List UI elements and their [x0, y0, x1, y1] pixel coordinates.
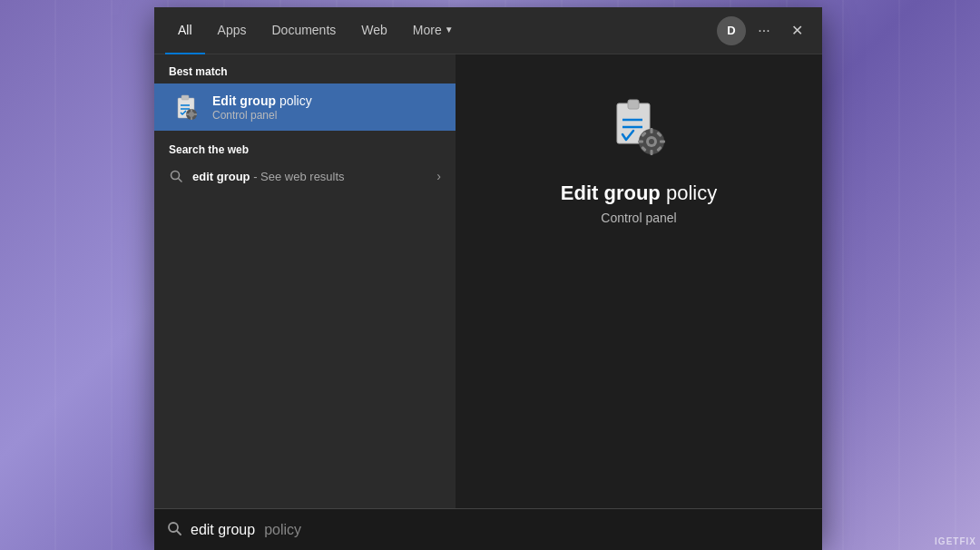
search-icon — [169, 169, 183, 183]
result-title: Edit group policy — [212, 93, 312, 109]
right-app-subtitle: Control panel — [601, 211, 676, 225]
svg-point-5 — [189, 112, 194, 117]
svg-rect-20 — [651, 150, 653, 155]
more-dropdown-arrow: ▼ — [445, 25, 454, 34]
svg-rect-6 — [191, 109, 192, 112]
result-subtitle: Control panel — [212, 109, 312, 122]
best-match-result[interactable]: Edit group policy Control panel — [154, 83, 456, 131]
svg-rect-19 — [651, 128, 653, 133]
svg-line-28 — [177, 531, 181, 535]
svg-rect-8 — [186, 113, 189, 115]
web-section-label: Search the web — [154, 131, 456, 162]
svg-rect-13 — [628, 100, 639, 109]
content-area: Best match — [154, 54, 822, 543]
left-panel: Best match — [154, 54, 456, 543]
right-app-title: Edit group policy — [561, 182, 717, 205]
more-options-button[interactable]: ··· — [750, 16, 779, 45]
tab-web[interactable]: Web — [348, 7, 400, 54]
web-result-text: edit group - See web results — [192, 170, 427, 183]
svg-rect-22 — [660, 141, 665, 143]
svg-rect-1 — [181, 95, 189, 100]
best-match-label: Best match — [154, 54, 456, 83]
chevron-right-icon: › — [436, 169, 441, 183]
search-bar[interactable]: edit grouppolicy — [154, 508, 822, 550]
result-text: Edit group policy Control panel — [212, 93, 312, 122]
tab-documents[interactable]: Documents — [259, 7, 348, 54]
search-bar-query: edit group — [191, 522, 255, 538]
title-bar-buttons: D ··· ✕ — [717, 16, 811, 45]
search-window: All Apps Documents Web More ▼ D ··· — [154, 7, 822, 543]
svg-line-11 — [179, 179, 182, 182]
watermark: IGETFIX — [935, 536, 976, 546]
user-avatar-button[interactable]: D — [717, 16, 746, 45]
search-bar-placeholder-text: policy — [264, 522, 301, 538]
search-bar-icon — [167, 521, 181, 538]
tabs-bar: All Apps Documents Web More ▼ D ··· — [154, 7, 822, 54]
right-panel: Edit group policy Control panel — [456, 54, 822, 543]
svg-rect-9 — [194, 113, 197, 115]
web-result-item[interactable]: edit group - See web results › — [154, 162, 456, 191]
tab-all[interactable]: All — [165, 7, 205, 54]
tab-more[interactable]: More ▼ — [400, 7, 466, 54]
group-policy-icon — [169, 91, 201, 123]
svg-point-18 — [649, 139, 654, 144]
close-button[interactable]: ✕ — [782, 16, 811, 45]
svg-rect-7 — [191, 117, 192, 120]
svg-rect-21 — [638, 141, 643, 143]
tab-apps[interactable]: Apps — [205, 7, 260, 54]
right-app-icon — [603, 91, 675, 163]
